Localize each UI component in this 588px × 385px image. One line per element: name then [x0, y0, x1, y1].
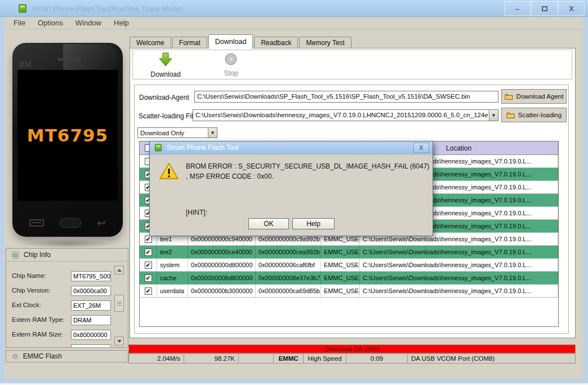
- ext-clock-field-label: Ext Clock:: [12, 302, 41, 308]
- download-agent-input[interactable]: C:\Users\Serwis\Downloads\SP_Flash_Tool_…: [194, 91, 498, 103]
- table-row[interactable]: ✔userdata0x00000000b30000000x00000000ca6…: [140, 285, 558, 298]
- chip-version-field-label: Chip Version:: [12, 287, 50, 294]
- phone-shadow: [23, 239, 114, 248]
- row-checkbox[interactable]: ✔: [145, 262, 152, 269]
- menu-window[interactable]: Window: [75, 17, 105, 28]
- emmc-flash-title: EMMC Flash: [23, 352, 62, 360]
- cell-begin: 0x00000000b3000000: [188, 285, 256, 297]
- row-checkbox[interactable]: ✔: [145, 275, 152, 282]
- scatter-combo-dropdown-icon[interactable]: ▼: [489, 110, 498, 121]
- cell-region: EMMC_USER: [321, 246, 360, 258]
- ram-type-field[interactable]: DRAM: [71, 315, 111, 325]
- scatter-browse-button[interactable]: Scatter-loading: [501, 108, 567, 122]
- scroll-up-button[interactable]: [114, 265, 124, 275]
- chip-name-field-label: Chip Name:: [12, 272, 46, 279]
- stop-button[interactable]: Stop: [210, 52, 252, 77]
- menu-bar: File Options Window Help: [5, 17, 583, 29]
- download-mode-value: Download Only: [138, 128, 208, 138]
- cell-location: C:\Users\Serwis\Downloads\hennessy_image…: [360, 285, 558, 297]
- table-row[interactable]: ✔system0x000000000d8000000x000000006caf6…: [140, 259, 558, 272]
- cell-name: cache: [157, 272, 188, 284]
- cell-checkbox: ✔: [140, 285, 157, 297]
- phone-brand-label: BM: [19, 61, 32, 69]
- download-arrow-icon: [159, 52, 172, 67]
- window-border-left: [0, 17, 5, 383]
- app-window: Smart Phone Flash Tool(Runtime Trace Mod…: [0, 0, 588, 385]
- status-com-port: DA USB VCOM Port (COM8): [408, 354, 575, 363]
- menu-file[interactable]: File: [14, 17, 29, 28]
- table-row[interactable]: ✔tee20x000000000ce400000x000000000cea992…: [140, 246, 558, 259]
- table-row[interactable]: ✔cache0x000000008d8000000x000000008e37e3…: [140, 272, 558, 285]
- status-data-size: 98.27K: [184, 354, 239, 363]
- status-spare: [239, 354, 274, 363]
- error-dialog: Smart Phone Flash Tool X BROM ERROR : S_…: [149, 141, 433, 236]
- download-mode-select[interactable]: Download Only ▼: [137, 127, 217, 138]
- download-agent-browse-button[interactable]: Download Agent: [501, 89, 567, 104]
- chip-name-label: MT6795: [27, 125, 108, 145]
- cell-location: C:\Users\Serwis\Downloads\hennessy_image…: [360, 259, 558, 271]
- ram-type-field-label: Extern RAM Type:: [12, 316, 64, 323]
- cell-begin: 0x000000000d800000: [188, 259, 256, 271]
- stop-button-label: Stop: [210, 69, 252, 77]
- dialog-close-button[interactable]: X: [413, 143, 429, 153]
- phone-back-icon: ↩: [97, 218, 106, 228]
- emmc-flash-header[interactable]: ⚙ EMMC Flash: [6, 350, 128, 362]
- status-elapsed-time: 0:09: [346, 354, 408, 363]
- scatter-file-combo[interactable]: C:\Users\Serwis\Downloads\hennessy_image…: [193, 109, 498, 121]
- chip-name-field[interactable]: MT6795_S00: [71, 271, 111, 281]
- download-agent-button-label: Download Agent: [516, 93, 564, 100]
- app-icon: [18, 4, 27, 15]
- row-checkbox[interactable]: ✔: [145, 249, 152, 256]
- ext-clock-field[interactable]: EXT_26M: [71, 300, 111, 311]
- phone-menu-icon: [29, 219, 44, 227]
- tab-welcome[interactable]: Welcome: [130, 37, 171, 48]
- scroll-down-button[interactable]: [114, 337, 124, 346]
- cell-begin: 0x000000000ce40000: [188, 246, 256, 258]
- cell-end: 0x00000000ca69d85b: [256, 285, 321, 297]
- maximize-button[interactable]: [531, 1, 558, 16]
- ram-size-field[interactable]: 0x80000000: [71, 330, 111, 340]
- folder-icon: [506, 112, 515, 118]
- progress-label: Download DA 100%: [324, 346, 380, 352]
- help-button[interactable]: Help: [292, 218, 335, 229]
- cell-name: tee2: [157, 246, 188, 258]
- tab-strip: Welcome Format Download Readback Memory …: [130, 34, 353, 48]
- tab-memory-test[interactable]: Memory Test: [299, 37, 351, 48]
- chip-version-field[interactable]: 0x0000ca00: [71, 286, 111, 296]
- partial-field: [71, 344, 111, 348]
- scatter-file-path: C:\Users\Serwis\Downloads\hennessy_image…: [193, 110, 489, 121]
- chip-info-scrollbar[interactable]: [114, 265, 124, 346]
- close-button[interactable]: X: [558, 1, 585, 16]
- folder-icon: [505, 93, 513, 100]
- chip-info-header[interactable]: Chip Info: [6, 249, 128, 262]
- cell-region: EMMC_USER: [321, 259, 360, 271]
- cell-region: EMMC_USER: [321, 285, 360, 297]
- menu-help[interactable]: Help: [114, 17, 132, 28]
- download-button[interactable]: Download: [144, 52, 187, 78]
- dialog-title-bar: Smart Phone Flash Tool X: [150, 141, 433, 154]
- tab-download[interactable]: Download: [208, 34, 253, 48]
- minimize-button[interactable]: –: [504, 1, 531, 16]
- scroll-up-icon: [117, 269, 122, 272]
- menu-options[interactable]: Options: [38, 17, 66, 28]
- tab-readback[interactable]: Readback: [254, 37, 298, 48]
- scroll-thumb[interactable]: [114, 295, 124, 312]
- action-toolbar: Download Stop: [132, 50, 572, 79]
- download-agent-label: Download-Agent: [139, 94, 189, 101]
- cell-end: 0x000000000cea992b: [256, 246, 321, 258]
- phone-nav-row: ↩: [12, 218, 123, 228]
- chip-info-title: Chip Info: [24, 251, 51, 259]
- progress-bar: Download DA 100%: [128, 344, 576, 353]
- ok-button[interactable]: OK: [248, 218, 289, 229]
- download-button-label: Download: [144, 70, 187, 78]
- tab-format[interactable]: Format: [172, 37, 207, 48]
- status-usb-speed: High Speed: [304, 354, 346, 363]
- row-checkbox[interactable]: ✔: [145, 287, 152, 295]
- status-bar: 2.04M/s 98.27K EMMC High Speed 0:09 DA U…: [128, 353, 576, 364]
- dialog-app-icon: [154, 144, 162, 152]
- cell-checkbox: ✔: [140, 246, 157, 258]
- scatter-button-label: Scatter-loading: [518, 112, 562, 118]
- row-checkbox[interactable]: ✔: [145, 236, 152, 243]
- mode-dropdown-icon[interactable]: ▼: [208, 128, 217, 138]
- window-border-right: [583, 17, 588, 383]
